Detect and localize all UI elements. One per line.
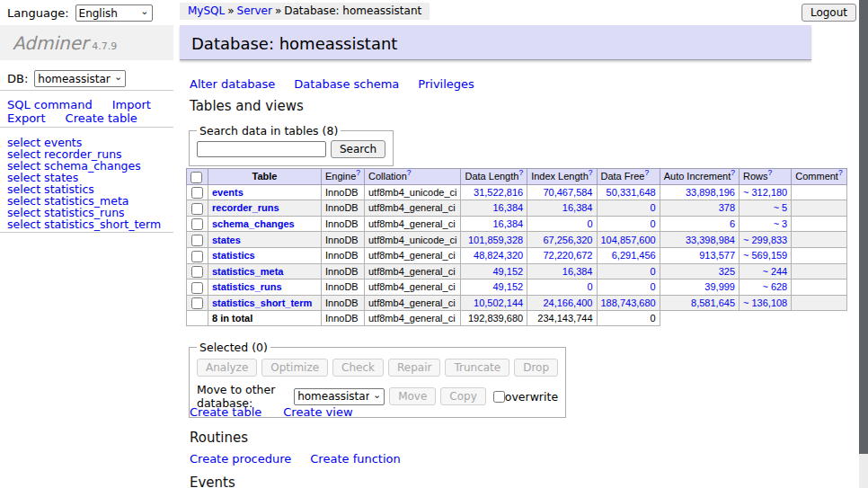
table-link[interactable]: events bbox=[212, 187, 244, 198]
cell-data-free[interactable]: 0 bbox=[651, 281, 656, 292]
cell-index-length[interactable]: 16,384 bbox=[562, 266, 593, 277]
search-input[interactable] bbox=[197, 141, 326, 157]
select-all-checkbox[interactable] bbox=[190, 172, 202, 183]
sidebar-link-create-table[interactable]: Create table bbox=[66, 111, 137, 125]
table-link[interactable]: statistics_runs bbox=[212, 281, 282, 292]
scrollbar-thumb[interactable] bbox=[859, 0, 868, 454]
truncate-button[interactable]: Truncate bbox=[445, 359, 509, 377]
cell-data-free[interactable]: 0 bbox=[651, 202, 656, 213]
search-button[interactable]: Search bbox=[331, 140, 385, 158]
drop-button[interactable]: Drop bbox=[514, 359, 558, 377]
database-schema-link[interactable]: Database schema bbox=[294, 77, 399, 91]
row-checkbox[interactable] bbox=[191, 297, 203, 309]
row-checkbox[interactable] bbox=[191, 266, 203, 278]
alter-database-link[interactable]: Alter database bbox=[190, 77, 275, 91]
cell-data-length[interactable]: 10,502,144 bbox=[474, 297, 523, 308]
cell-index-length[interactable]: 16,384 bbox=[562, 202, 593, 213]
table-link[interactable]: statistics_meta bbox=[212, 266, 284, 277]
row-checkbox[interactable] bbox=[191, 282, 203, 294]
logout-button[interactable]: Logout bbox=[802, 4, 856, 22]
copy-button[interactable]: Copy bbox=[440, 387, 485, 405]
cell-auto-increment[interactable]: 378 bbox=[719, 202, 735, 213]
create-function-link[interactable]: Create function bbox=[310, 452, 400, 466]
cell-rows[interactable]: ~ 299,833 bbox=[743, 235, 787, 245]
table-link[interactable]: statistics bbox=[212, 250, 255, 261]
cell-data-free[interactable]: 6,291,456 bbox=[612, 250, 656, 261]
cell-data-length[interactable]: 16,384 bbox=[492, 218, 523, 229]
table-link[interactable]: statistics_short_term bbox=[212, 297, 312, 308]
privileges-link[interactable]: Privileges bbox=[418, 77, 474, 91]
help-link[interactable]: ? bbox=[731, 169, 735, 178]
language-select[interactable]: English bbox=[75, 4, 153, 22]
help-link[interactable]: ? bbox=[768, 169, 773, 178]
cell-data-free[interactable]: 0 bbox=[651, 266, 656, 277]
create-table-link[interactable]: Create table bbox=[190, 405, 261, 419]
row-checkbox[interactable] bbox=[191, 251, 203, 262]
breadcrumb-link-server[interactable]: Server bbox=[237, 4, 272, 17]
cell-auto-increment[interactable]: 33,898,196 bbox=[686, 187, 735, 198]
sidebar-item-select-statistics-short-term[interactable]: select statistics_short_term bbox=[7, 218, 161, 230]
cell-data-length[interactable]: 101,859,328 bbox=[468, 235, 523, 245]
help-link[interactable]: ? bbox=[644, 169, 649, 178]
cell-rows[interactable]: ~ 3 bbox=[774, 218, 788, 229]
sidebar-link-sql-command[interactable]: SQL command bbox=[7, 98, 93, 111]
help-link[interactable]: ? bbox=[518, 169, 523, 178]
help-link[interactable]: ? bbox=[589, 169, 593, 178]
repair-button[interactable]: Repair bbox=[388, 359, 440, 377]
sidebar-link-export[interactable]: Export bbox=[7, 111, 46, 125]
create-view-link[interactable]: Create view bbox=[283, 405, 352, 419]
row-checkbox[interactable] bbox=[191, 203, 203, 215]
db-select[interactable]: homeassistant bbox=[34, 70, 126, 87]
cell-auto-increment[interactable]: 913,577 bbox=[699, 250, 735, 261]
cell-data-free[interactable]: 50,331,648 bbox=[607, 187, 656, 198]
cell-data-length[interactable]: 31,522,816 bbox=[474, 187, 523, 198]
cell-data-free[interactable]: 0 bbox=[651, 218, 656, 229]
cell-data-free[interactable]: 104,857,600 bbox=[601, 235, 656, 245]
cell-auto-increment[interactable]: 39,999 bbox=[704, 281, 735, 292]
cell-auto-increment[interactable]: 325 bbox=[719, 266, 735, 277]
cell-auto-increment[interactable]: 33,398,984 bbox=[686, 235, 735, 245]
overwrite-checkbox[interactable] bbox=[493, 391, 505, 403]
cell-data-free[interactable]: 188,743,680 bbox=[601, 297, 656, 308]
vertical-scrollbar[interactable] bbox=[859, 0, 868, 488]
help-link[interactable]: ? bbox=[838, 169, 843, 178]
cell-rows[interactable]: ~ 628 bbox=[762, 281, 787, 292]
breadcrumb-separator: » bbox=[227, 4, 234, 17]
cell-data-length[interactable]: 48,824,320 bbox=[474, 250, 523, 261]
table-link[interactable]: states bbox=[212, 235, 241, 245]
cell-index-length[interactable]: 67,256,320 bbox=[543, 235, 592, 245]
cell-index-length[interactable]: 24,166,400 bbox=[543, 297, 592, 308]
analyze-button[interactable]: Analyze bbox=[197, 359, 257, 377]
table-total-row: 8 in total InnoDB utf8mb4_general_ci 192… bbox=[187, 311, 847, 326]
help-link[interactable]: ? bbox=[407, 169, 412, 178]
cell-rows[interactable]: ~ 244 bbox=[762, 266, 787, 277]
cell-index-length[interactable]: 0 bbox=[587, 218, 592, 229]
table-link[interactable]: recorder_runs bbox=[212, 202, 279, 213]
row-checkbox[interactable] bbox=[191, 235, 203, 246]
move-db-select[interactable]: homeassistant bbox=[294, 388, 385, 405]
cell-index-length[interactable]: 72,220,672 bbox=[543, 250, 592, 261]
optimize-button[interactable]: Optimize bbox=[261, 359, 328, 377]
row-checkbox[interactable] bbox=[191, 187, 203, 199]
cell-auto-increment[interactable]: 6 bbox=[730, 218, 735, 229]
move-button[interactable]: Move bbox=[389, 387, 436, 405]
cell-rows[interactable]: ~ 136,108 bbox=[743, 297, 787, 308]
cell-rows[interactable]: ~ 569,159 bbox=[743, 250, 787, 261]
check-button[interactable]: Check bbox=[332, 359, 384, 377]
table-link[interactable]: schema_changes bbox=[212, 218, 295, 229]
row-checkbox[interactable] bbox=[191, 218, 203, 230]
cell-auto-increment[interactable]: 8,581,645 bbox=[691, 297, 735, 308]
column-header-table: Table bbox=[208, 169, 322, 185]
create-procedure-link[interactable]: Create procedure bbox=[190, 452, 291, 466]
breadcrumb-link-mysql[interactable]: MySQL bbox=[188, 4, 225, 17]
cell-index-length[interactable]: 0 bbox=[587, 281, 592, 292]
cell-rows[interactable]: ~ 312,180 bbox=[743, 187, 787, 198]
cell-data-length[interactable]: 49,152 bbox=[492, 266, 523, 277]
sidebar-link-import[interactable]: Import bbox=[112, 98, 151, 111]
cell-index-length[interactable]: 70,467,584 bbox=[543, 187, 592, 198]
cell-engine: InnoDB bbox=[322, 263, 365, 279]
cell-rows[interactable]: ~ 5 bbox=[774, 202, 788, 213]
cell-data-length[interactable]: 49,152 bbox=[492, 281, 523, 292]
help-link[interactable]: ? bbox=[356, 169, 360, 178]
cell-data-length[interactable]: 16,384 bbox=[492, 202, 523, 213]
